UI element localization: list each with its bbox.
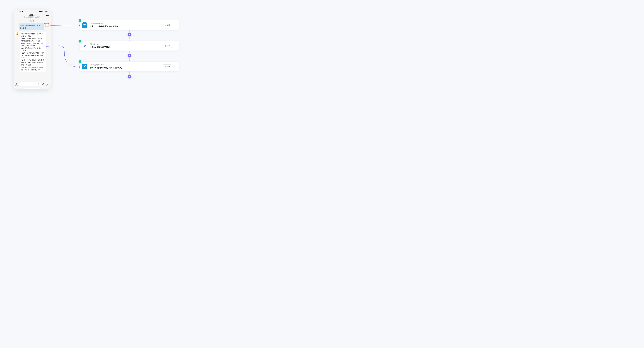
signal-icon: ▮▮▮▮ [39,11,43,12]
connector: ＋ ▾ [128,51,131,62]
step-title: 步骤1： 当钉钉机器人接收消息时 [90,25,163,28]
pencil-icon [164,66,166,67]
back-icon[interactable]: ‹ [16,15,16,18]
dingtalk-icon [82,23,87,28]
more-icon[interactable]: ••• [173,65,177,68]
bot-message-row: 根据最新的天气预报，北京今天的天气情况如下： - 白天：雷阵雨转小雨，温度为30… [15,32,50,72]
check-icon: ✓ [78,60,82,63]
chat-body: 3分钟前 查询北京今日天气情况，并提供穿衣建议 一起加油! 根据最新的天气预报，… [14,19,50,82]
step-title: 步骤2： 对话语聚AI助手 [90,46,163,48]
dingtalk-icon [82,64,87,69]
step-title: 步骤3： 将语聚AI助手回答发送到钉钉 [90,67,163,69]
step-subtitle: 钉钉机器人触发动作 [90,23,163,25]
add-step-button[interactable]: ＋ [128,33,131,36]
yuju-icon [82,43,87,49]
location-arrow-icon: ➤ [22,11,23,12]
connector-tail: ＋ [128,71,131,79]
svg-rect-3 [48,11,48,12]
connector: ＋ ▾ [128,30,131,41]
avatar-badge: 一起加油! [44,23,48,24]
thumbs-up-icon[interactable] [38,83,40,86]
yuju-logo-icon [16,32,19,36]
plus-icon[interactable]: ＋ [46,83,49,86]
voice-icon[interactable] [15,83,18,86]
pencil-icon [164,24,166,26]
edit-button[interactable]: 编辑 [163,44,172,48]
nav-title-block: 语聚 AI 北京集简慧通互联科技有限公司 [24,14,40,18]
svg-rect-2 [46,11,47,12]
svg-point-6 [43,84,43,84]
workflow-step-2[interactable]: ✓ 语聚AI执行动作 步骤2： 对话语聚AI助手 编辑 ••• [80,41,179,51]
workflow-step-1[interactable]: ✓ 钉钉机器人触发动作 步骤1： 当钉钉机器人接收消息时 编辑 ••• [80,20,179,30]
user-avatar[interactable]: 一起加油! [45,24,49,27]
phone-status-bar: 16:33 ➤ ▮▮▮▮ [14,10,50,13]
edit-button[interactable]: 编辑 [163,23,172,27]
user-message-row: 查询北京今日天气情况，并提供穿衣建议 一起加油! [15,24,50,30]
status-time: 16:33 [17,11,21,12]
svg-point-7 [44,84,44,84]
phone-mockup: 16:33 ➤ ▮▮▮▮ ‹ 语聚 AI 北京集简慧通互联科技有限公司 ••• … [14,10,50,90]
more-icon[interactable]: ••• [173,24,177,26]
home-indicator [25,88,39,88]
check-icon: ✓ [78,19,82,22]
user-message-bubble: 查询北京今日天气情况，并提供穿衣建议 [19,24,44,30]
edit-button[interactable]: 编辑 [163,65,172,68]
battery-icon [45,11,48,12]
step-subtitle: 钉钉机器人执行动作 [90,64,163,66]
message-input[interactable] [19,82,40,86]
pencil-icon [164,45,166,47]
svg-rect-4 [16,83,17,84]
phone-nav-bar: ‹ 语聚 AI 北京集简慧通互联科技有限公司 ••• [14,13,50,19]
more-icon[interactable]: ••• [173,45,177,47]
bot-message-bubble: 根据最新的天气预报，北京今天的天气情况如下： - 白天：雷阵雨转小雨，温度为30… [20,32,46,72]
more-icon[interactable]: ••• [46,15,49,17]
add-step-button[interactable]: ＋ [128,75,131,78]
arrow-down-icon: ▾ [129,39,130,41]
step-subtitle: 语聚AI执行动作 [90,43,163,45]
status-indicators: ▮▮▮▮ [39,11,48,12]
workflow-step-3[interactable]: ✓ 钉钉机器人执行动作 步骤3： 将语聚AI助手回答发送到钉钉 编辑 ••• [80,62,179,71]
chat-subtitle: 北京集简慧通互联科技有限公司 [24,16,40,18]
chat-input-bar: ＋ [14,82,50,87]
svg-point-5 [42,84,44,85]
bot-avatar[interactable] [16,32,19,36]
add-step-button[interactable]: ＋ [128,54,131,57]
svg-point-0 [44,12,44,12]
emoji-icon[interactable] [42,83,45,86]
check-icon: ✓ [78,40,82,43]
chat-title: 语聚 AI [24,14,40,16]
wifi-icon [43,11,45,12]
workflow: ✓ 钉钉机器人触发动作 步骤1： 当钉钉机器人接收消息时 编辑 ••• ＋ ▾ … [80,20,179,79]
message-timestamp: 3分钟前 [29,20,36,22]
arrow-down-icon: ▾ [129,60,130,62]
